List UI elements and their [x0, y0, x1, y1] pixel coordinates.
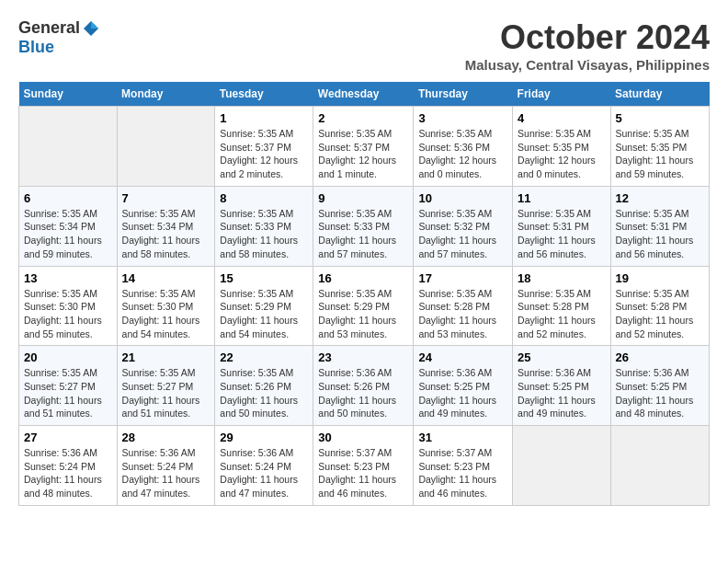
- calendar-cell: 29Sunrise: 5:36 AM Sunset: 5:24 PM Dayli…: [215, 426, 313, 506]
- calendar-cell: 27Sunrise: 5:36 AM Sunset: 5:24 PM Dayli…: [19, 426, 118, 506]
- calendar-cell: 18Sunrise: 5:35 AM Sunset: 5:28 PM Dayli…: [513, 266, 610, 346]
- day-number: 19: [616, 271, 705, 285]
- day-info: Sunrise: 5:35 AM Sunset: 5:29 PM Dayligh…: [220, 287, 308, 341]
- header-sunday: Sunday: [19, 82, 118, 107]
- calendar-cell: 7Sunrise: 5:35 AM Sunset: 5:34 PM Daylig…: [117, 186, 215, 266]
- calendar-cell: [117, 107, 215, 187]
- calendar-cell: 8Sunrise: 5:35 AM Sunset: 5:33 PM Daylig…: [215, 186, 313, 266]
- logo-blue: Blue: [18, 38, 54, 57]
- calendar-cell: 30Sunrise: 5:37 AM Sunset: 5:23 PM Dayli…: [313, 426, 414, 506]
- day-info: Sunrise: 5:36 AM Sunset: 5:26 PM Dayligh…: [318, 366, 408, 420]
- calendar-cell: 13Sunrise: 5:35 AM Sunset: 5:30 PM Dayli…: [19, 266, 118, 346]
- day-number: 5: [616, 111, 705, 125]
- calendar-cell: 1Sunrise: 5:35 AM Sunset: 5:37 PM Daylig…: [215, 107, 313, 187]
- day-info: Sunrise: 5:35 AM Sunset: 5:27 PM Dayligh…: [24, 366, 112, 420]
- day-number: 3: [418, 111, 507, 125]
- day-number: 25: [518, 350, 605, 364]
- calendar-cell: 23Sunrise: 5:36 AM Sunset: 5:26 PM Dayli…: [313, 346, 414, 426]
- day-number: 27: [24, 431, 112, 444]
- location-subtitle: Malusay, Central Visayas, Philippines: [465, 57, 710, 73]
- day-info: Sunrise: 5:36 AM Sunset: 5:24 PM Dayligh…: [122, 446, 210, 500]
- calendar-cell: 3Sunrise: 5:35 AM Sunset: 5:36 PM Daylig…: [414, 107, 513, 187]
- day-number: 18: [518, 271, 605, 285]
- calendar-week-4: 20Sunrise: 5:35 AM Sunset: 5:27 PM Dayli…: [19, 346, 710, 426]
- logo: General Blue: [18, 18, 100, 57]
- calendar-cell: 12Sunrise: 5:35 AM Sunset: 5:31 PM Dayli…: [610, 186, 710, 266]
- day-info: Sunrise: 5:35 AM Sunset: 5:26 PM Dayligh…: [220, 366, 308, 420]
- calendar-cell: 16Sunrise: 5:35 AM Sunset: 5:29 PM Dayli…: [313, 266, 414, 346]
- day-info: Sunrise: 5:35 AM Sunset: 5:33 PM Dayligh…: [318, 207, 408, 261]
- day-number: 9: [318, 191, 408, 205]
- calendar-cell: 20Sunrise: 5:35 AM Sunset: 5:27 PM Dayli…: [19, 346, 118, 426]
- calendar-cell: 22Sunrise: 5:35 AM Sunset: 5:26 PM Dayli…: [215, 346, 313, 426]
- day-number: 26: [616, 350, 705, 364]
- calendar-cell: 19Sunrise: 5:35 AM Sunset: 5:28 PM Dayli…: [610, 266, 710, 346]
- day-info: Sunrise: 5:35 AM Sunset: 5:32 PM Dayligh…: [418, 207, 507, 261]
- header-tuesday: Tuesday: [215, 82, 313, 107]
- day-info: Sunrise: 5:35 AM Sunset: 5:34 PM Dayligh…: [122, 207, 210, 261]
- day-number: 21: [122, 350, 210, 364]
- calendar-cell: 14Sunrise: 5:35 AM Sunset: 5:30 PM Dayli…: [117, 266, 215, 346]
- day-info: Sunrise: 5:35 AM Sunset: 5:31 PM Dayligh…: [616, 207, 705, 261]
- calendar-cell: 10Sunrise: 5:35 AM Sunset: 5:32 PM Dayli…: [414, 186, 513, 266]
- calendar-cell: [19, 107, 118, 187]
- day-info: Sunrise: 5:35 AM Sunset: 5:29 PM Dayligh…: [318, 287, 408, 341]
- calendar-cell: 11Sunrise: 5:35 AM Sunset: 5:31 PM Dayli…: [513, 186, 610, 266]
- calendar-header-row: Sunday Monday Tuesday Wednesday Thursday…: [19, 82, 710, 107]
- day-info: Sunrise: 5:35 AM Sunset: 5:37 PM Dayligh…: [220, 127, 308, 181]
- day-number: 28: [122, 431, 210, 444]
- day-number: 13: [24, 271, 112, 285]
- day-number: 17: [418, 271, 507, 285]
- day-info: Sunrise: 5:35 AM Sunset: 5:30 PM Dayligh…: [122, 287, 210, 341]
- logo-icon: [82, 19, 100, 38]
- day-info: Sunrise: 5:35 AM Sunset: 5:34 PM Dayligh…: [24, 207, 112, 261]
- day-info: Sunrise: 5:35 AM Sunset: 5:28 PM Dayligh…: [418, 287, 507, 341]
- calendar-week-1: 1Sunrise: 5:35 AM Sunset: 5:37 PM Daylig…: [19, 107, 710, 187]
- day-number: 16: [318, 271, 408, 285]
- page-header: General Blue October 2024 Malusay, Centr…: [18, 18, 710, 73]
- day-info: Sunrise: 5:35 AM Sunset: 5:35 PM Dayligh…: [518, 127, 605, 181]
- day-number: 29: [220, 431, 308, 444]
- day-info: Sunrise: 5:35 AM Sunset: 5:28 PM Dayligh…: [616, 287, 705, 341]
- header-thursday: Thursday: [414, 82, 513, 107]
- day-number: 8: [220, 191, 308, 205]
- day-number: 15: [220, 271, 308, 285]
- calendar-cell: 15Sunrise: 5:35 AM Sunset: 5:29 PM Dayli…: [215, 266, 313, 346]
- day-info: Sunrise: 5:36 AM Sunset: 5:24 PM Dayligh…: [24, 446, 112, 500]
- day-number: 1: [220, 111, 308, 125]
- day-info: Sunrise: 5:37 AM Sunset: 5:23 PM Dayligh…: [318, 446, 408, 500]
- day-info: Sunrise: 5:35 AM Sunset: 5:37 PM Dayligh…: [318, 127, 408, 181]
- day-number: 6: [24, 191, 112, 205]
- calendar-cell: 5Sunrise: 5:35 AM Sunset: 5:35 PM Daylig…: [610, 107, 710, 187]
- calendar-week-3: 13Sunrise: 5:35 AM Sunset: 5:30 PM Dayli…: [19, 266, 710, 346]
- day-info: Sunrise: 5:36 AM Sunset: 5:24 PM Dayligh…: [220, 446, 308, 500]
- day-info: Sunrise: 5:35 AM Sunset: 5:27 PM Dayligh…: [122, 366, 210, 420]
- calendar-cell: 9Sunrise: 5:35 AM Sunset: 5:33 PM Daylig…: [313, 186, 414, 266]
- calendar-cell: 2Sunrise: 5:35 AM Sunset: 5:37 PM Daylig…: [313, 107, 414, 187]
- calendar-cell: 4Sunrise: 5:35 AM Sunset: 5:35 PM Daylig…: [513, 107, 610, 187]
- header-friday: Friday: [513, 82, 610, 107]
- calendar-table: Sunday Monday Tuesday Wednesday Thursday…: [18, 82, 710, 506]
- day-info: Sunrise: 5:36 AM Sunset: 5:25 PM Dayligh…: [616, 366, 705, 420]
- header-wednesday: Wednesday: [313, 82, 414, 107]
- calendar-cell: [610, 426, 710, 506]
- title-area: October 2024 Malusay, Central Visayas, P…: [465, 18, 710, 73]
- day-info: Sunrise: 5:35 AM Sunset: 5:35 PM Dayligh…: [616, 127, 705, 181]
- day-info: Sunrise: 5:36 AM Sunset: 5:25 PM Dayligh…: [418, 366, 507, 420]
- calendar-cell: 17Sunrise: 5:35 AM Sunset: 5:28 PM Dayli…: [414, 266, 513, 346]
- day-info: Sunrise: 5:35 AM Sunset: 5:31 PM Dayligh…: [518, 207, 605, 261]
- day-info: Sunrise: 5:35 AM Sunset: 5:28 PM Dayligh…: [518, 287, 605, 341]
- calendar-week-5: 27Sunrise: 5:36 AM Sunset: 5:24 PM Dayli…: [19, 426, 710, 506]
- calendar-cell: [513, 426, 610, 506]
- logo-general: General: [18, 18, 80, 38]
- day-number: 23: [318, 350, 408, 364]
- calendar-cell: 24Sunrise: 5:36 AM Sunset: 5:25 PM Dayli…: [414, 346, 513, 426]
- day-number: 14: [122, 271, 210, 285]
- calendar-cell: 31Sunrise: 5:37 AM Sunset: 5:23 PM Dayli…: [414, 426, 513, 506]
- day-info: Sunrise: 5:35 AM Sunset: 5:36 PM Dayligh…: [418, 127, 507, 181]
- day-number: 2: [318, 111, 408, 125]
- day-info: Sunrise: 5:37 AM Sunset: 5:23 PM Dayligh…: [418, 446, 507, 500]
- day-number: 24: [418, 350, 507, 364]
- day-info: Sunrise: 5:36 AM Sunset: 5:25 PM Dayligh…: [518, 366, 605, 420]
- calendar-cell: 28Sunrise: 5:36 AM Sunset: 5:24 PM Dayli…: [117, 426, 215, 506]
